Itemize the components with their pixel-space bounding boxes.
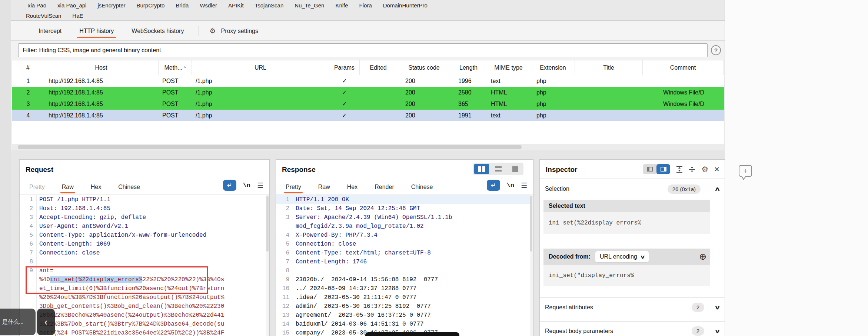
col-header-host[interactable]: Host: [44, 60, 159, 75]
left-gutter: [0, 0, 11, 336]
col-header-edited[interactable]: Edited: [360, 60, 397, 75]
col-header-comment[interactable]: Comment: [643, 60, 724, 75]
request-editor-icons: ↵ \n ☰: [223, 180, 263, 191]
table-row[interactable]: 1 http://192.168.1.4:85 POST /1.php ✓ 20…: [12, 75, 724, 87]
tab-chinese[interactable]: Chinese: [118, 184, 140, 194]
newline-toggle-icon[interactable]: \n: [507, 182, 514, 189]
response-editor-icons: ↵ \n ☰: [487, 180, 527, 191]
line-number: 3: [20, 213, 37, 222]
newline-toggle-icon[interactable]: \n: [243, 182, 250, 189]
line-number: 9: [20, 266, 37, 275]
note-collapse-chevron[interactable]: ‹: [37, 309, 55, 335]
tab-pretty[interactable]: Pretty: [286, 184, 301, 194]
sort-caret-icon: ^: [183, 65, 186, 71]
extension-tab[interactable]: Wsdler: [200, 2, 228, 9]
tab-http-history[interactable]: HTTP history: [79, 23, 114, 39]
scrollbar-thumb[interactable]: [530, 196, 532, 252]
split-columns-layout-icon[interactable]: [474, 164, 489, 174]
extension-tab[interactable]: Fiora: [359, 2, 383, 9]
col-header-title[interactable]: Title: [575, 60, 643, 75]
tab-hex[interactable]: Hex: [91, 184, 101, 194]
col-header-method[interactable]: Meth...^: [159, 60, 192, 75]
help-icon[interactable]: ?: [711, 45, 721, 55]
code-line: 5 Content-Type: application/x-www-form-u…: [20, 231, 267, 240]
extension-tab[interactable]: APIKit: [228, 2, 255, 9]
add-comment-icon[interactable]: +: [739, 165, 752, 177]
col-header-extension[interactable]: Extension: [531, 60, 575, 75]
extension-tab[interactable]: DomainHunterPro: [383, 2, 439, 9]
col-header-number[interactable]: #: [12, 60, 44, 75]
cell-status: 200: [397, 75, 451, 87]
extension-tab[interactable]: Knife: [335, 2, 359, 9]
extension-tab[interactable]: RouteVulScan: [26, 13, 72, 19]
tab-intercept[interactable]: Intercept: [39, 23, 61, 39]
code-line: 5 Connection: close: [276, 240, 531, 249]
extension-tab[interactable]: xia Pao: [28, 2, 57, 9]
tab-raw[interactable]: Raw: [318, 184, 330, 194]
table-row[interactable]: 2 http://192.168.1.4:85 POST /1.php ✓ 20…: [12, 87, 724, 98]
single-pane-layout-icon[interactable]: [508, 164, 522, 174]
dock-left-icon[interactable]: [643, 164, 656, 174]
extension-tab[interactable]: Brida: [176, 2, 200, 9]
close-icon[interactable]: ×: [714, 166, 719, 173]
col-header-length[interactable]: Length: [451, 60, 486, 75]
chevron-up-icon[interactable]: ∧: [714, 186, 720, 192]
editor-menu-icon[interactable]: ☰: [521, 181, 527, 190]
chevron-down-icon[interactable]: ∨: [714, 328, 720, 335]
response-pretty-content[interactable]: 1 HTTP/1.1 200 OK 2 Date: Sat, 14 Sep 20…: [276, 195, 531, 336]
selection-section-header[interactable]: Selection 26 (0x1a) ∧: [545, 183, 719, 195]
cell-method: POST: [159, 87, 192, 98]
decoder-dropdown[interactable]: URL encoding∨: [595, 251, 649, 263]
extension-tab[interactable]: HaE: [72, 13, 94, 19]
tab-chinese[interactable]: Chinese: [411, 184, 433, 194]
tab-hex[interactable]: Hex: [347, 184, 357, 194]
tab-websockets-history[interactable]: WebSockets history: [132, 23, 184, 39]
extension-tab[interactable]: xia Pao_api: [57, 2, 97, 9]
extension-tab[interactable]: TsojanScan: [255, 2, 295, 9]
extension-tab[interactable]: jsEncrypter: [97, 2, 136, 9]
dock-right-icon[interactable]: [656, 164, 670, 174]
table-row[interactable]: 4 http://192.168.1.4:85 POST /1.php ✓ 20…: [12, 110, 724, 121]
line-number: 2: [276, 204, 293, 213]
inspector-settings-icon[interactable]: ⚙: [701, 165, 708, 174]
line-number: 6: [20, 240, 37, 249]
scrollbar-thumb[interactable]: [266, 196, 269, 252]
decoded-text-value[interactable]: ini_set("display_errors%: [543, 265, 710, 286]
cell-title: [575, 110, 643, 121]
filter-area: Filter: Hiding CSS, image and general bi…: [11, 41, 725, 60]
cell-extension: php: [531, 110, 575, 121]
tab-pretty[interactable]: Pretty: [29, 184, 45, 194]
add-decoder-icon[interactable]: ⊕: [699, 252, 706, 262]
col-header-params[interactable]: Params: [329, 60, 360, 75]
table-row[interactable]: 3 http://192.168.1.4:85 POST /1.php ✓ 20…: [12, 98, 724, 110]
scrollbar-thumb[interactable]: [18, 145, 522, 149]
code-line: 3%22%3B%7Dob_start()%3Btry%7B%24D%3Dbase…: [20, 320, 267, 329]
filter-bar[interactable]: Filter: Hiding CSS, image and general bi…: [18, 43, 708, 57]
extension-tab[interactable]: Nu_Te_Gen: [295, 2, 335, 9]
word-wrap-icon[interactable]: ↵: [487, 180, 500, 191]
cell-comment: Windows File/D: [643, 98, 724, 110]
tab-raw[interactable]: Raw: [62, 184, 74, 194]
response-vertical-scrollbar[interactable]: [530, 195, 533, 336]
col-header-status[interactable]: Status code: [397, 60, 451, 75]
col-header-mime[interactable]: MIME type: [486, 60, 531, 75]
tab-render[interactable]: Render: [375, 184, 394, 194]
collapse-all-icon[interactable]: [689, 166, 695, 173]
chevron-down-icon[interactable]: ∨: [714, 304, 720, 311]
expand-all-icon[interactable]: [676, 166, 683, 173]
tab-proxy-settings[interactable]: Proxy settings: [221, 23, 258, 39]
request-vertical-scrollbar[interactable]: [266, 195, 269, 336]
horizontal-scrollbar[interactable]: [12, 144, 724, 150]
line-number: [20, 293, 37, 302]
request-raw-content[interactable]: 1 POST /1.php HTTP/1.1 2 Host: 192.168.1…: [20, 195, 267, 336]
request-attributes-section[interactable]: Request attributes 2 ∨: [540, 297, 725, 317]
extension-tab[interactable]: BurpCrypto: [136, 2, 176, 9]
code-line: 3 Accept-Encoding: gzip, deflate: [20, 213, 267, 222]
request-body-parameters-section[interactable]: Request body parameters 2 ∨: [540, 321, 725, 336]
split-rows-layout-icon[interactable]: [491, 164, 506, 174]
selected-text-value[interactable]: ini_set(%22display_errors%: [543, 212, 710, 234]
word-wrap-icon[interactable]: ↵: [223, 180, 236, 191]
editor-menu-icon[interactable]: ☰: [257, 181, 263, 190]
code-line: %40ini_set(%22display_errors%22%2C%20%22…: [20, 275, 267, 284]
col-header-url[interactable]: URL: [192, 60, 329, 75]
